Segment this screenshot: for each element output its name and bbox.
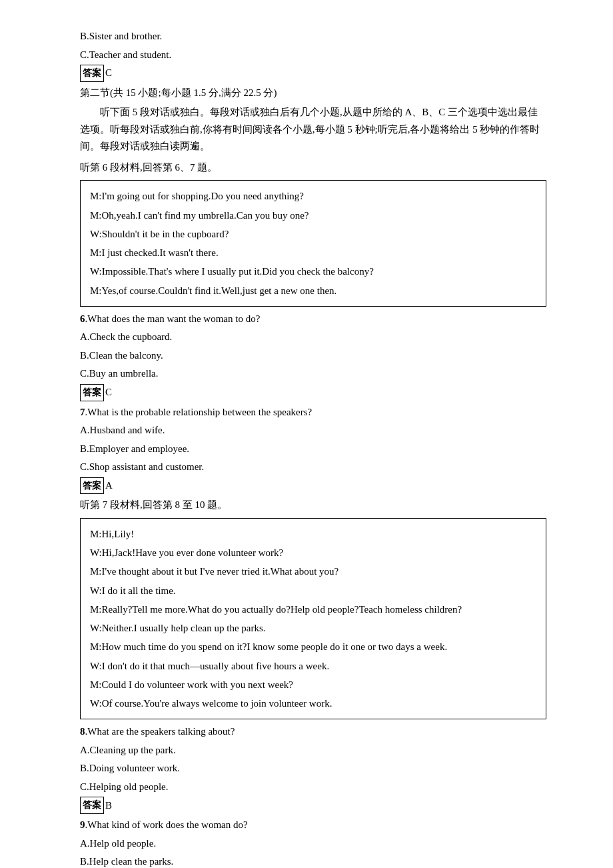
q8-number: 8 bbox=[80, 726, 85, 737]
q7-answer-badge: 答案 bbox=[80, 477, 104, 495]
q9-option-b: B.Help clean the parks. bbox=[80, 853, 546, 868]
dialog2-line-5: M:Really?Tell me more.What do you actual… bbox=[90, 601, 536, 618]
q6-body: .What does the man want the woman to do? bbox=[85, 313, 261, 324]
dialog2-line-8: W:I don't do it that much—usually about … bbox=[90, 657, 536, 675]
q8-text: 8.What are the speakers talking about? bbox=[80, 723, 546, 741]
q8-option-b: B.Doing volunteer work. bbox=[80, 760, 546, 777]
q6-text: 6.What does the man want the woman to do… bbox=[80, 311, 546, 328]
q7-number: 7 bbox=[80, 407, 85, 417]
material6-header: 听第 6 段材料,回答第 6、7 题。 bbox=[80, 159, 546, 177]
q8-option-a: A.Cleaning up the park. bbox=[80, 742, 546, 759]
dialog1-line-2: M:Oh,yeah.I can't find my umbrella.Can y… bbox=[90, 207, 536, 224]
q6-answer: 答案 C bbox=[80, 384, 546, 401]
option-b-sister: B.Sister and brother. bbox=[80, 28, 546, 45]
dialog1-line-1: M:I'm going out for shopping.Do you need… bbox=[90, 187, 536, 205]
dialog1-line-5: W:Impossible.That's where I usually put … bbox=[90, 263, 536, 280]
q6-option-b: B.Clean the balcony. bbox=[80, 347, 546, 365]
answer-letter-1: C bbox=[105, 65, 112, 82]
q8-answer-letter: B bbox=[105, 797, 112, 815]
answer-1: 答案 C bbox=[80, 65, 546, 82]
q8-answer-badge: 答案 bbox=[80, 797, 104, 814]
dialog2-line-7: M:How much time do you spend on it?I kno… bbox=[90, 638, 536, 655]
section2-header: 第二节(共 15 小题;每小题 1.5 分,满分 22.5 分) bbox=[80, 85, 546, 102]
section2-intro: 听下面 5 段对话或独白。每段对话或独白后有几个小题,从题中所给的 A、B、C … bbox=[80, 104, 546, 155]
material7-header: 听第 7 段材料,回答第 8 至 10 题。 bbox=[80, 497, 546, 514]
answer-badge-1: 答案 bbox=[80, 65, 104, 82]
q6-answer-letter: C bbox=[105, 384, 112, 401]
dialog1-line-3: W:Shouldn't it be in the cupboard? bbox=[90, 225, 536, 243]
q7-option-b: B.Employer and employee. bbox=[80, 441, 546, 458]
dialog2-line-4: W:I do it all the time. bbox=[90, 582, 536, 599]
q9-body: .What kind of work does the woman do? bbox=[85, 819, 248, 830]
dialog2-line-10: W:Of course.You're always welcome to joi… bbox=[90, 695, 536, 712]
q7-option-a: A.Husband and wife. bbox=[80, 422, 546, 439]
q8-option-c: C.Helping old people. bbox=[80, 779, 546, 796]
q9-option-a: A.Help old people. bbox=[80, 835, 546, 853]
dialog2-line-9: M:Could I do volunteer work with you nex… bbox=[90, 676, 536, 693]
q8-answer: 答案 B bbox=[80, 797, 546, 814]
q6-option-a: A.Check the cupboard. bbox=[80, 329, 546, 346]
q9-text: 9.What kind of work does the woman do? bbox=[80, 817, 546, 834]
q9-number: 9 bbox=[80, 819, 85, 830]
q8-body: .What are the speakers talking about? bbox=[85, 726, 235, 737]
q7-text: 7.What is the probable relationship betw… bbox=[80, 404, 546, 421]
dialog-box-1: M:I'm going out for shopping.Do you need… bbox=[80, 180, 546, 307]
dialog1-line-4: M:I just checked.It wasn't there. bbox=[90, 244, 536, 261]
dialog2-line-6: W:Neither.I usually help clean up the pa… bbox=[90, 619, 536, 637]
q6-number: 6 bbox=[80, 313, 85, 324]
q6-answer-badge: 答案 bbox=[80, 384, 104, 401]
option-c-teacher: C.Teacher and student. bbox=[80, 47, 546, 64]
q7-option-c: C.Shop assistant and customer. bbox=[80, 459, 546, 476]
dialog2-line-1: M:Hi,Lily! bbox=[90, 525, 536, 543]
dialog2-line-3: M:I've thought about it but I've never t… bbox=[90, 563, 536, 580]
q6-option-c: C.Buy an umbrella. bbox=[80, 365, 546, 383]
q7-body: .What is the probable relationship betwe… bbox=[85, 407, 312, 417]
dialog1-line-6: M:Yes,of course.Couldn't find it.Well,ju… bbox=[90, 282, 536, 299]
dialog-box-2: M:Hi,Lily! W:Hi,Jack!Have you ever done … bbox=[80, 518, 546, 720]
q7-answer-letter: A bbox=[105, 477, 113, 495]
q7-answer: 答案 A bbox=[80, 477, 546, 495]
dialog2-line-2: W:Hi,Jack!Have you ever done volunteer w… bbox=[90, 544, 536, 561]
